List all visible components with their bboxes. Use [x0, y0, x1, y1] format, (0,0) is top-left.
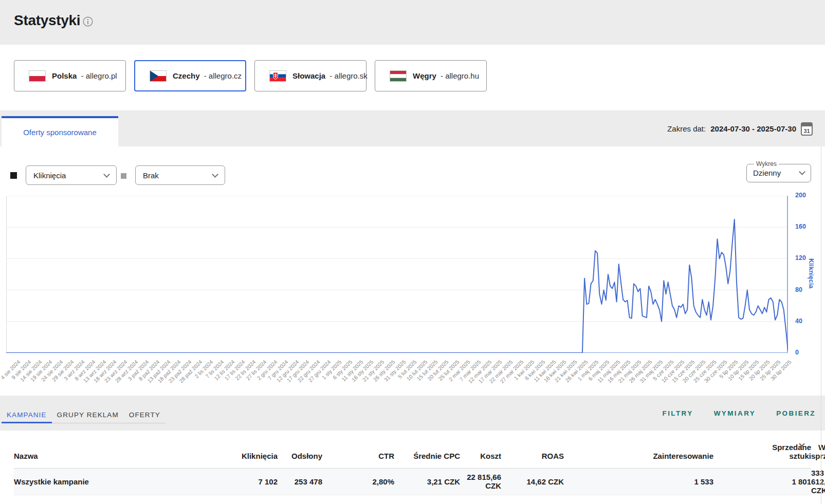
level-tabs: KAMPANIEGRUPY REKLAMOFERTY: [2, 408, 166, 423]
column-header-1[interactable]: Kliknięcia: [221, 431, 278, 468]
subtab-band: KAMPANIEGRUPY REKLAMOFERTY FILTRYWYMIARY…: [0, 396, 825, 431]
metric1-value: Kliknięcia: [33, 171, 66, 180]
market-button-hu[interactable]: Węgry - allegro.hu: [375, 60, 487, 91]
date-range-value: 2024-07-30 - 2025-07-30: [710, 124, 796, 133]
chevron-down-icon: [212, 171, 218, 178]
chart-interval-label: Wykres: [754, 160, 779, 167]
column-header-4[interactable]: Średnie CPC: [394, 431, 460, 468]
column-header-2[interactable]: Odsłony: [278, 431, 322, 468]
market-name: Słowacja: [292, 71, 325, 80]
date-range: Zakres dat: 2024-07-30 - 2025-07-30 31: [667, 111, 813, 146]
metric2-select[interactable]: Brak: [135, 165, 225, 185]
page-title: Statystyki: [14, 12, 80, 29]
row-value-5: 14,62 CZK: [501, 468, 564, 495]
tab-kampanie[interactable]: KAMPANIE: [2, 408, 52, 423]
tab-oferty[interactable]: OFERTY: [124, 408, 166, 423]
row-value-3: 3,21 CZK: [394, 468, 460, 495]
tab-grupy-reklam[interactable]: GRUPY REKLAM: [52, 408, 124, 423]
market-name: Węgry: [413, 71, 436, 80]
market-name: Polska: [52, 71, 77, 80]
tab-oferty-sponsorowane[interactable]: Oferty sponsorowane: [2, 116, 118, 146]
statistics-page: Statystyki Polska - allegro.plCzechy - a…: [0, 0, 825, 504]
y-axis-tick-label: 160: [795, 223, 816, 230]
y-axis-tick-label: 0: [795, 349, 816, 356]
column-header-6[interactable]: ROAS: [501, 431, 564, 468]
clicks-series-line: [6, 219, 788, 353]
row-value-0: 7 102: [221, 468, 278, 495]
row-value-1: 253 478: [278, 468, 322, 495]
wymiary-button[interactable]: WYMIARY: [714, 409, 756, 417]
market-domain: - allegro.cz: [202, 71, 242, 80]
column-header-8[interactable]: Sprzedane sztuki: [713, 431, 811, 468]
column-header-0[interactable]: Nazwa: [14, 431, 221, 468]
market-domain: - allegro.sk: [327, 71, 368, 80]
metric2-swatch-icon: [121, 173, 126, 179]
chart-section: Kliknięcia Brak Wykres Dzienny 040801201…: [0, 146, 825, 396]
market-buttons: Polska - allegro.plCzechy - allegro.czSł…: [0, 45, 825, 111]
tab-band: Oferty sponsorowane Zakres dat: 2024-07-…: [0, 111, 825, 146]
info-icon[interactable]: [83, 16, 93, 29]
market-button-cz[interactable]: Czechy - allegro.cz: [134, 60, 246, 91]
column-header-3[interactable]: CTR: [322, 431, 394, 468]
market-domain: - allegro.pl: [79, 71, 117, 80]
market-name: Czechy: [173, 71, 200, 80]
poland-flag-icon: [29, 70, 46, 82]
chevron-down-icon: [799, 169, 805, 175]
table-section: NazwaKliknięciaOdsłonyCTRŚrednie CPCKosz…: [0, 431, 825, 504]
table-row: Wszystkie kampanie7 102253 4782,80%3,21 …: [14, 468, 811, 495]
market-button-sk[interactable]: Słowacja - allegro.sk: [254, 60, 366, 91]
metric1-swatch-icon: [10, 172, 17, 179]
row-value-7: 1 801: [713, 468, 811, 495]
pobierz-button[interactable]: POBIERZ: [776, 409, 816, 417]
chart-interval-value: Dzienny: [753, 169, 781, 177]
date-range-label: Zakres dat:: [667, 124, 706, 133]
hungary-flag-icon: [390, 70, 407, 82]
filtry-button[interactable]: FILTRY: [663, 409, 693, 417]
slovakia-flag-icon: [269, 70, 286, 82]
chevron-down-icon: [103, 171, 110, 178]
chart-interval-select[interactable]: Wykres Dzienny: [746, 160, 811, 182]
row-value-4: 22 815,66 CZK: [460, 468, 501, 495]
y-axis-tick-label: 40: [795, 318, 816, 325]
market-domain: - allegro.hu: [438, 71, 479, 80]
y-axis-tick-label: 200: [795, 192, 816, 199]
clicks-line-chart: [6, 196, 788, 353]
column-header-7[interactable]: Zainteresowanie: [564, 431, 713, 468]
row-value-2: 2,80%: [322, 468, 394, 495]
calendar-icon[interactable]: 31: [801, 122, 813, 136]
column-header-5[interactable]: Koszt: [460, 431, 501, 468]
table-actions: FILTRYWYMIARYPOBIERZ: [663, 396, 816, 431]
y-axis-title: Kliknięcia: [808, 258, 815, 288]
table-header-row: NazwaKliknięciaOdsłonyCTRŚrednie CPCKosz…: [14, 431, 811, 468]
row-name: Wszystkie kampanie: [14, 468, 221, 495]
metric2-value: Brak: [143, 171, 159, 180]
table-body: Wszystkie kampanie7 102253 4782,80%3,21 …: [14, 468, 811, 495]
row-value-6: 1 533: [564, 468, 713, 495]
tab-label: Oferty sponsorowane: [23, 128, 97, 137]
market-button-pl[interactable]: Polska - allegro.pl: [14, 60, 126, 91]
metric1-select[interactable]: Kliknięcia: [26, 165, 117, 185]
czechia-flag-icon: [150, 70, 167, 82]
page-header: Statystyki: [0, 0, 825, 45]
campaigns-table: NazwaKliknięciaOdsłonyCTRŚrednie CPCKosz…: [14, 431, 811, 495]
